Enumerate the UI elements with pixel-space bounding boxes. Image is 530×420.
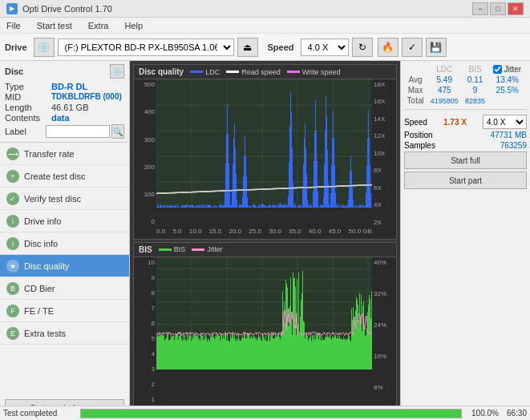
chart2-body: 10987654321 40%32%24%16%8%	[134, 257, 396, 406]
legend-read-speed: Read speed	[226, 68, 281, 76]
legend-read-speed-label: Read speed	[241, 68, 281, 76]
minimize-button[interactable]: −	[472, 2, 488, 15]
type-label: Type	[5, 82, 51, 91]
eject-button[interactable]: ⏏	[237, 38, 258, 57]
chart2-title: BIS	[139, 245, 152, 254]
nav-disc-info[interactable]: i Disc info	[0, 232, 129, 255]
position-row: Position 47731 MB	[404, 131, 527, 139]
nav-verify-test-disc[interactable]: ✓ Verify test disc	[0, 188, 129, 210]
total-bis: 82835	[462, 95, 488, 106]
nav-extra-tests[interactable]: E Extra tests	[0, 322, 129, 345]
drive-info-icon: i	[6, 215, 19, 228]
extra-tests-icon: E	[6, 327, 19, 340]
nav-fe-te-label: FE / TE	[24, 306, 54, 316]
burn-button[interactable]: 🔥	[378, 38, 399, 57]
close-button[interactable]: ✕	[508, 2, 524, 15]
speed-select-stats[interactable]: 4.0 X	[483, 115, 527, 129]
mid-value: TDKBLDRFB (000)	[51, 92, 122, 102]
menu-file[interactable]: File	[3, 19, 24, 32]
label-icon-button[interactable]: 🔍	[111, 124, 124, 139]
speed-row: Speed 1.73 X 4.0 X	[404, 115, 527, 129]
nav-cd-bier-label: CD Bier	[24, 284, 55, 293]
start-part-button[interactable]: Start part	[404, 172, 527, 189]
type-value: BD-R DL	[51, 82, 87, 91]
legend-write-speed-label: Write speed	[302, 68, 341, 76]
stats-panel: LDC BIS Jitter Avg 5.49 0.11 13.4	[400, 61, 530, 420]
avg-jitter: 13.4%	[492, 75, 523, 85]
window-controls: − □ ✕	[472, 2, 524, 15]
legend-ldc-label: LDC	[205, 68, 220, 76]
nav-cd-bier[interactable]: B CD Bier	[0, 277, 129, 300]
progress-bar-area: Test completed 100.0% 66:30	[0, 406, 530, 420]
maximize-button[interactable]: □	[490, 2, 506, 15]
titlebar: ▶ Opti Drive Control 1.70 − □ ✕	[0, 0, 530, 18]
nav-drive-info-label: Drive info	[24, 216, 61, 226]
nav-extra-tests-label: Extra tests	[24, 329, 66, 338]
max-bis: 9	[462, 85, 488, 95]
nav-create-test-disc[interactable]: + Create test disc	[0, 165, 129, 188]
speed-select[interactable]: 4.0 X	[301, 38, 349, 56]
max-label: Max	[404, 85, 427, 95]
total-ldc: 4195805	[427, 95, 462, 106]
legend-bis: BIS	[159, 245, 186, 253]
nav-transfer-rate-label: Transfer rate	[24, 149, 75, 159]
chart1-header: Disc quality LDC Read speed Write speed	[134, 65, 396, 79]
bis-jitter-chart: BIS BIS Jitter 10987654321	[133, 242, 397, 418]
drive-label: Drive	[5, 42, 27, 52]
menu-extra[interactable]: Extra	[85, 19, 112, 32]
app-title: Opti Drive Control 1.70	[22, 4, 112, 14]
menu-start-test[interactable]: Start test	[34, 19, 75, 32]
verify-button[interactable]: ✓	[402, 38, 423, 57]
drive-select[interactable]: (F:) PLEXTOR BD-R PX-LB950SA 1.06	[58, 38, 234, 56]
verify-disc-icon: ✓	[6, 192, 19, 205]
jitter-color	[192, 248, 204, 251]
read-speed-color	[226, 71, 239, 73]
nav-create-test-disc-label: Create test disc	[24, 172, 85, 181]
nav-disc-quality[interactable]: ★ Disc quality	[0, 255, 129, 277]
nav-fe-te[interactable]: F FE / TE	[0, 300, 129, 322]
jitter-label: Jitter	[504, 65, 521, 74]
menu-help[interactable]: Help	[121, 19, 146, 32]
disc-icon-button[interactable]: 💿	[110, 64, 124, 79]
toolbar: Drive 💿 (F:) PLEXTOR BD-R PX-LB950SA 1.0…	[0, 34, 530, 61]
nav-disc-quality-label: Disc quality	[24, 261, 69, 271]
nav-disc-info-label: Disc info	[24, 239, 58, 248]
length-label: Length	[5, 103, 51, 112]
legend-jitter-label: Jitter	[207, 245, 223, 253]
disc-info-icon: i	[6, 237, 19, 250]
contents-value: data	[51, 113, 70, 123]
jitter-checkbox[interactable]	[493, 65, 502, 74]
nav-transfer-rate[interactable]: ⟶ Transfer rate	[0, 143, 129, 165]
chart1-y-left: 5004003002001000	[134, 79, 156, 228]
save-button[interactable]: 💾	[426, 38, 447, 57]
drive-icon-button[interactable]: 💿	[34, 38, 55, 57]
nav-drive-info[interactable]: i Drive info	[0, 210, 129, 232]
jitter-checkbox-row: Jitter	[493, 65, 525, 74]
legend-jitter: Jitter	[192, 245, 223, 253]
chart1-body: 5004003002001000 18X16X14X12X10X8X6X4X2X	[134, 79, 396, 228]
legend-bis-label: BIS	[174, 245, 186, 253]
app-icon: ▶	[6, 3, 18, 14]
chart2-canvas	[156, 257, 372, 406]
bis-color	[159, 248, 172, 251]
progress-status: Test completed	[3, 409, 75, 418]
progress-bar-outer	[80, 409, 462, 418]
progress-bar-inner	[81, 410, 461, 418]
fe-te-icon: F	[6, 305, 19, 317]
refresh-button[interactable]: ↻	[352, 38, 373, 57]
divider-1	[404, 109, 527, 110]
legend-ldc: LDC	[190, 68, 220, 76]
chart1-canvas	[156, 79, 372, 228]
mid-label: MID	[5, 92, 51, 102]
progress-percent: 100.0%	[467, 409, 499, 418]
start-full-button[interactable]: Start full	[404, 151, 527, 169]
disc-quality-icon: ★	[6, 260, 19, 273]
disc-quality-chart: Disc quality LDC Read speed Write speed	[133, 64, 397, 240]
contents-label: Contents	[5, 113, 51, 123]
stats-table: LDC BIS Jitter Avg 5.49 0.11 13.4	[404, 64, 527, 106]
position-label: Position	[404, 131, 433, 139]
chart2-y-right: 40%32%24%16%8%	[372, 257, 396, 406]
speed-label: Speed	[268, 42, 294, 52]
label-input[interactable]	[46, 125, 110, 138]
position-value: 47731 MB	[490, 131, 527, 139]
